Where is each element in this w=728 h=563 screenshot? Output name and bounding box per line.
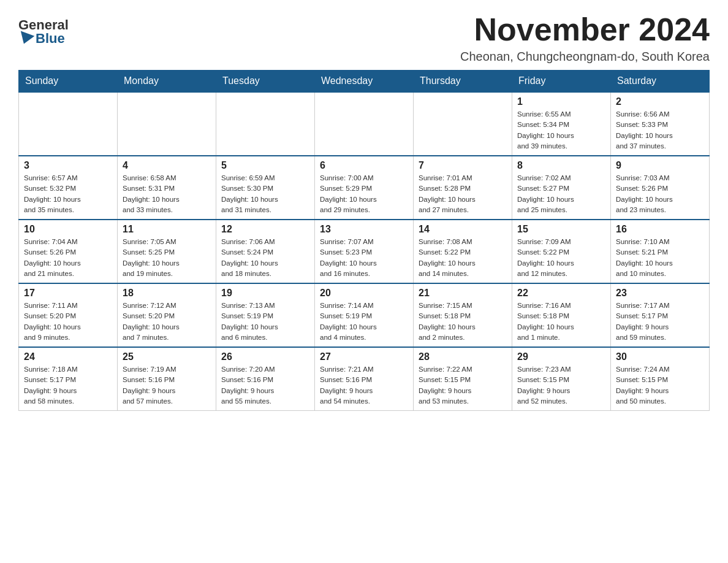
weekday-header-wednesday: Wednesday <box>315 71 414 93</box>
day-info: Sunrise: 7:15 AM Sunset: 5:18 PM Dayligh… <box>419 301 507 343</box>
month-title: November 2024 <box>460 12 710 47</box>
calendar-cell: 27Sunrise: 7:21 AM Sunset: 5:16 PM Dayli… <box>315 347 414 411</box>
calendar-cell: 28Sunrise: 7:22 AM Sunset: 5:15 PM Dayli… <box>414 347 512 411</box>
day-info: Sunrise: 7:13 AM Sunset: 5:19 PM Dayligh… <box>221 301 309 343</box>
day-number: 1 <box>517 96 605 107</box>
calendar-cell <box>19 92 118 156</box>
day-number: 10 <box>24 224 112 235</box>
calendar-cell: 19Sunrise: 7:13 AM Sunset: 5:19 PM Dayli… <box>216 283 315 347</box>
calendar-cell: 9Sunrise: 7:03 AM Sunset: 5:26 PM Daylig… <box>611 156 710 220</box>
week-row-4: 17Sunrise: 7:11 AM Sunset: 5:20 PM Dayli… <box>19 283 710 347</box>
weekday-header-thursday: Thursday <box>414 71 512 93</box>
day-info: Sunrise: 7:06 AM Sunset: 5:24 PM Dayligh… <box>221 237 309 279</box>
calendar-cell: 20Sunrise: 7:14 AM Sunset: 5:19 PM Dayli… <box>315 283 414 347</box>
day-info: Sunrise: 6:59 AM Sunset: 5:30 PM Dayligh… <box>221 173 309 215</box>
day-number: 13 <box>320 224 408 235</box>
calendar-cell: 25Sunrise: 7:19 AM Sunset: 5:16 PM Dayli… <box>118 347 216 411</box>
calendar-cell: 30Sunrise: 7:24 AM Sunset: 5:15 PM Dayli… <box>611 347 710 411</box>
day-info: Sunrise: 6:56 AM Sunset: 5:33 PM Dayligh… <box>616 109 704 151</box>
week-row-1: 1Sunrise: 6:55 AM Sunset: 5:34 PM Daylig… <box>19 92 710 156</box>
calendar-cell <box>414 92 512 156</box>
day-info: Sunrise: 7:24 AM Sunset: 5:15 PM Dayligh… <box>616 364 704 407</box>
calendar-cell <box>118 92 216 156</box>
day-number: 30 <box>616 351 704 362</box>
week-row-2: 3Sunrise: 6:57 AM Sunset: 5:32 PM Daylig… <box>19 156 710 220</box>
weekday-header-sunday: Sunday <box>19 71 118 93</box>
day-number: 18 <box>123 288 211 299</box>
calendar-cell: 26Sunrise: 7:20 AM Sunset: 5:16 PM Dayli… <box>216 347 315 411</box>
day-info: Sunrise: 7:20 AM Sunset: 5:16 PM Dayligh… <box>221 364 309 407</box>
day-number: 12 <box>221 224 309 235</box>
week-row-3: 10Sunrise: 7:04 AM Sunset: 5:26 PM Dayli… <box>19 220 710 283</box>
day-number: 2 <box>616 96 704 107</box>
calendar-cell: 7Sunrise: 7:01 AM Sunset: 5:28 PM Daylig… <box>414 156 512 220</box>
day-number: 17 <box>24 288 112 299</box>
day-info: Sunrise: 7:16 AM Sunset: 5:18 PM Dayligh… <box>517 301 605 343</box>
day-info: Sunrise: 7:08 AM Sunset: 5:22 PM Dayligh… <box>419 237 507 279</box>
weekday-header-friday: Friday <box>512 71 611 93</box>
day-info: Sunrise: 7:00 AM Sunset: 5:29 PM Dayligh… <box>320 173 408 215</box>
day-number: 8 <box>517 160 605 171</box>
week-row-5: 24Sunrise: 7:18 AM Sunset: 5:17 PM Dayli… <box>19 347 710 411</box>
location-subtitle: Cheonan, Chungcheongnam-do, South Korea <box>460 50 710 64</box>
day-number: 4 <box>123 160 211 171</box>
day-number: 28 <box>419 351 507 362</box>
day-info: Sunrise: 7:01 AM Sunset: 5:28 PM Dayligh… <box>419 173 507 215</box>
calendar-cell: 5Sunrise: 6:59 AM Sunset: 5:30 PM Daylig… <box>216 156 315 220</box>
logo-triangle-icon <box>17 31 35 46</box>
day-info: Sunrise: 6:58 AM Sunset: 5:31 PM Dayligh… <box>123 173 211 215</box>
day-number: 6 <box>320 160 408 171</box>
day-number: 24 <box>24 351 112 362</box>
day-info: Sunrise: 7:18 AM Sunset: 5:17 PM Dayligh… <box>24 364 112 407</box>
day-number: 7 <box>419 160 507 171</box>
day-info: Sunrise: 7:03 AM Sunset: 5:26 PM Dayligh… <box>616 173 704 215</box>
calendar-cell: 8Sunrise: 7:02 AM Sunset: 5:27 PM Daylig… <box>512 156 611 220</box>
day-number: 14 <box>419 224 507 235</box>
logo: General Blue <box>18 18 69 45</box>
day-info: Sunrise: 7:21 AM Sunset: 5:16 PM Dayligh… <box>320 364 408 407</box>
calendar-cell: 3Sunrise: 6:57 AM Sunset: 5:32 PM Daylig… <box>19 156 118 220</box>
calendar-cell: 13Sunrise: 7:07 AM Sunset: 5:23 PM Dayli… <box>315 220 414 283</box>
day-info: Sunrise: 7:07 AM Sunset: 5:23 PM Dayligh… <box>320 237 408 279</box>
day-number: 21 <box>419 288 507 299</box>
logo-general-text: General <box>18 18 69 32</box>
calendar-cell: 10Sunrise: 7:04 AM Sunset: 5:26 PM Dayli… <box>19 220 118 283</box>
calendar-cell: 6Sunrise: 7:00 AM Sunset: 5:29 PM Daylig… <box>315 156 414 220</box>
calendar-cell: 11Sunrise: 7:05 AM Sunset: 5:25 PM Dayli… <box>118 220 216 283</box>
logo-blue-text: Blue <box>36 32 65 45</box>
day-info: Sunrise: 7:22 AM Sunset: 5:15 PM Dayligh… <box>419 364 507 407</box>
day-info: Sunrise: 7:14 AM Sunset: 5:19 PM Dayligh… <box>320 301 408 343</box>
calendar-cell <box>315 92 414 156</box>
day-info: Sunrise: 7:23 AM Sunset: 5:15 PM Dayligh… <box>517 364 605 407</box>
calendar-cell: 1Sunrise: 6:55 AM Sunset: 5:34 PM Daylig… <box>512 92 611 156</box>
calendar-cell: 21Sunrise: 7:15 AM Sunset: 5:18 PM Dayli… <box>414 283 512 347</box>
calendar-cell: 4Sunrise: 6:58 AM Sunset: 5:31 PM Daylig… <box>118 156 216 220</box>
day-number: 19 <box>221 288 309 299</box>
calendar-cell: 16Sunrise: 7:10 AM Sunset: 5:21 PM Dayli… <box>611 220 710 283</box>
day-info: Sunrise: 7:04 AM Sunset: 5:26 PM Dayligh… <box>24 237 112 279</box>
calendar-cell: 17Sunrise: 7:11 AM Sunset: 5:20 PM Dayli… <box>19 283 118 347</box>
title-block: November 2024 Cheonan, Chungcheongnam-do… <box>460 12 710 64</box>
weekday-header-row: SundayMondayTuesdayWednesdayThursdayFrid… <box>19 71 710 93</box>
day-number: 29 <box>517 351 605 362</box>
calendar-table: SundayMondayTuesdayWednesdayThursdayFrid… <box>18 70 710 411</box>
day-number: 3 <box>24 160 112 171</box>
day-number: 26 <box>221 351 309 362</box>
day-info: Sunrise: 7:17 AM Sunset: 5:17 PM Dayligh… <box>616 301 704 343</box>
weekday-header-monday: Monday <box>118 71 216 93</box>
day-info: Sunrise: 7:02 AM Sunset: 5:27 PM Dayligh… <box>517 173 605 215</box>
calendar-cell <box>216 92 315 156</box>
day-info: Sunrise: 7:09 AM Sunset: 5:22 PM Dayligh… <box>517 237 605 279</box>
day-number: 16 <box>616 224 704 235</box>
day-number: 5 <box>221 160 309 171</box>
day-number: 22 <box>517 288 605 299</box>
logo-blue-row: Blue <box>18 32 65 45</box>
calendar-cell: 23Sunrise: 7:17 AM Sunset: 5:17 PM Dayli… <box>611 283 710 347</box>
calendar-cell: 24Sunrise: 7:18 AM Sunset: 5:17 PM Dayli… <box>19 347 118 411</box>
day-number: 25 <box>123 351 211 362</box>
page-header: General Blue November 2024 Cheonan, Chun… <box>18 12 710 64</box>
day-info: Sunrise: 7:19 AM Sunset: 5:16 PM Dayligh… <box>123 364 211 407</box>
day-number: 23 <box>616 288 704 299</box>
day-info: Sunrise: 7:05 AM Sunset: 5:25 PM Dayligh… <box>123 237 211 279</box>
day-number: 9 <box>616 160 704 171</box>
